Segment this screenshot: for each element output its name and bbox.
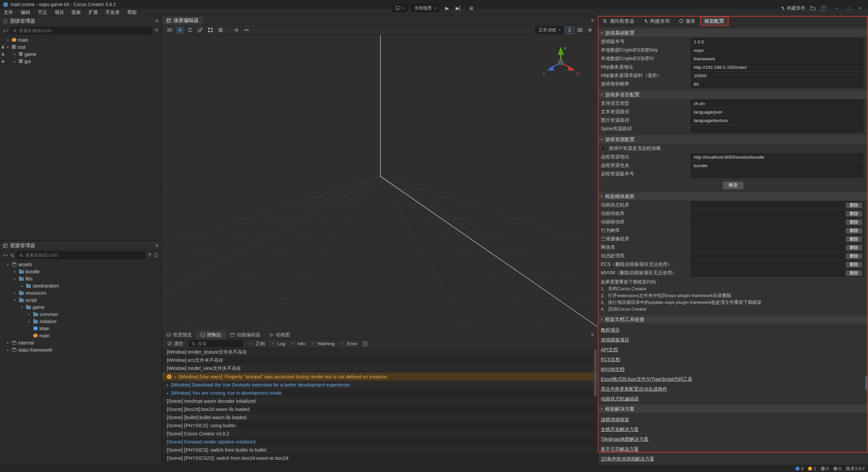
http-address-input[interactable] [691,63,863,71]
asset-node-common[interactable]: ▸common [0,311,161,318]
panel-menu-icon[interactable]: ≡ [155,242,158,249]
collapse-arrow-icon[interactable]: ▾ [20,306,24,309]
filter-info[interactable]: ✓Info [291,341,305,346]
warning-count[interactable]: 1 [808,466,816,471]
gear-icon[interactable]: ⚙ [586,26,594,34]
help-button[interactable]: ? [821,5,826,11]
play-button[interactable]: ▶ [443,4,452,12]
panel-menu-icon[interactable]: ≡ [588,16,597,25]
hierarchy-node-main[interactable]: ▾main [0,36,161,43]
http-timeout-input[interactable] [691,72,863,79]
scene-light-toggle[interactable] [566,26,574,34]
expand-arrow-icon[interactable]: ▸ [167,383,169,387]
asset-node-bundle[interactable]: ▸bundle [0,268,161,275]
export-log-icon[interactable] [363,341,367,346]
delete-behavior-tree-button[interactable]: 删除 [846,228,862,234]
filter-icon[interactable] [154,29,159,33]
tab-animation-editor[interactable]: 动画编辑器 [226,331,265,339]
remote-load-checkbox[interactable] [601,146,606,151]
snap-grid-button[interactable] [233,26,241,34]
link-template-project[interactable]: 游戏模板项目 [601,337,629,343]
console-log-row[interactable]: ▸[Window] You are running Vue in develop… [162,389,597,397]
expand-arrow-icon[interactable]: ▸ [27,313,32,316]
menu-help[interactable]: 帮助 [123,9,140,16]
asset-node-main[interactable]: main [0,332,161,339]
menu-developer[interactable]: 开发者 [102,9,123,16]
link-fullstack-solution[interactable]: 全栈开发解决方案 [601,427,639,433]
console-log-row[interactable]: [Window] ecs文件夹不存在 [162,356,597,365]
step-frame-button[interactable]: ▶▏ [455,4,464,12]
asset-node-seedrandom[interactable]: ▸seedrandom [0,282,161,289]
link-api-doc[interactable]: API文档 [601,347,618,353]
mode-3d-button[interactable]: 3D [165,26,174,34]
link-tiledmap-solution[interactable]: Tiledmap地图解决方案 [601,436,649,442]
rect-tool-button[interactable] [206,26,215,34]
fps-input[interactable] [691,80,863,88]
link-rpg2d-solution[interactable]: 2D角色扮演游戏解决方案 [601,456,654,462]
minimize-button[interactable]: – [831,3,843,13]
link-mvvm-doc[interactable]: MVVM文档 [601,367,625,373]
asset-node-game[interactable]: ▾game [0,303,161,311]
asset-node-script[interactable]: ▾script [0,296,161,303]
move-tool-button[interactable] [176,26,184,34]
console-log-row[interactable]: [Window] model_view文件夹不存在 [162,365,597,373]
refresh-icon[interactable] [154,253,159,257]
checkbox-warning[interactable]: ✓ [311,341,316,346]
expand-arrow-icon[interactable]: ▸ [13,291,17,295]
collapse-arrow-icon[interactable]: ▾ [601,93,603,96]
collapse-arrow-icon[interactable]: ▾ [601,318,603,321]
tab-property-inspector[interactable]: 属性检查器 [598,16,639,26]
expand-arrow-icon[interactable]: ▸ [5,341,10,345]
console-log-row[interactable]: ▸[Window] Download the Vue Devtools exte… [162,381,597,389]
scale-tool-button[interactable] [196,26,204,34]
console-scrollbar-thumb[interactable] [594,349,597,397]
menu-node[interactable]: 节点 [34,9,51,16]
console-log-row[interactable]: [Scene] [bullet]:bullet wasm lib loaded. [162,413,597,421]
checkbox-info[interactable]: ✓ [291,341,296,346]
expand-arrow-icon[interactable]: ▸ [174,375,176,379]
delete-dynamic-button[interactable]: 删除 [846,253,862,259]
inspector-scrollbar-thumb[interactable] [865,376,868,390]
text-res-path-input[interactable] [691,108,863,116]
link-tutorial-project[interactable]: 教程项目 [601,327,620,333]
console-log-row[interactable]: [Scene] [PHYSICS2D]: switch from box2d-w… [162,454,597,462]
section-header-doc-links[interactable]: ▾框架文档工具链接 [598,315,868,323]
rotate-tool-button[interactable] [186,26,194,34]
collapse-arrow-icon[interactable]: ▾ [5,45,10,49]
tab-asset-preview[interactable]: 资源预览 [162,331,196,339]
collapse-arrow-icon[interactable]: ▾ [5,38,10,42]
collapse-arrow-icon[interactable]: ▾ [601,407,603,411]
collapse-arrow-icon[interactable]: ▾ [13,298,17,302]
tab-console[interactable]: 控制台 [196,331,226,339]
delete-move-button[interactable]: 删除 [846,219,862,225]
link-animator-editor[interactable]: 动画状态机编辑器 [601,396,639,402]
console-log-row[interactable]: [Scene] meshopt wasm decoder initialized [162,397,597,405]
menu-project[interactable]: 项目 [51,9,68,16]
crypto-key-input[interactable] [691,46,863,54]
checkbox-regex[interactable]: ✓ [249,341,254,346]
expand-arrow-icon[interactable]: ▸ [27,320,32,323]
tab-scene-editor[interactable]: 场景编辑器 [162,16,203,25]
panel-menu-icon[interactable]: ≡ [155,18,158,24]
menu-file[interactable]: 文件 [0,9,17,16]
collapse-arrow-icon[interactable]: ▾ [601,138,603,141]
panel-menu-icon[interactable]: ≡ [588,331,597,339]
crypto-iv-input[interactable] [691,55,863,62]
console-log-row[interactable]: !▸[Window] [Vue warn]: Property "onInput… [162,373,597,381]
link-ecs-doc[interactable]: ECS文档 [601,357,620,363]
checkbox-error[interactable]: ✓ [340,341,345,346]
viewport-gizmo[interactable]: Y X Z [540,43,582,81]
scene-viewport[interactable]: Y X Z [162,35,597,331]
remote-bundle-input[interactable] [691,162,863,169]
hierarchy-node-root[interactable]: ▾root [0,43,161,51]
checkbox-log[interactable]: ✓ [271,341,275,346]
console-log-row[interactable]: [Window] render_texture文件夹不存在 [162,348,597,356]
hierarchy-search-input[interactable] [19,28,149,33]
current-scene-select[interactable]: 当前场景 ▾ [411,4,439,12]
filter-icon[interactable] [147,253,152,257]
delete-animator-button[interactable]: 删除 [846,202,862,208]
console-log-row[interactable]: [Scene] Cocos Creator v3.8.2 [162,430,597,438]
asset-node-initialize[interactable]: ▸initialize [0,318,161,325]
menu-extension[interactable]: 扩展 [85,9,102,16]
menu-panel[interactable]: 面板 [68,9,85,16]
